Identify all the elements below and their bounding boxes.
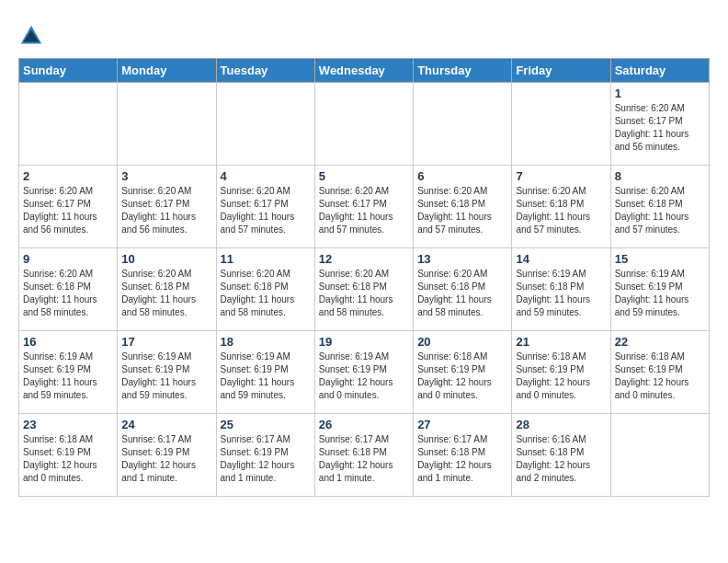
header-friday: Friday (512, 59, 610, 83)
calendar-cell: 25Sunrise: 6:17 AM Sunset: 6:19 PM Dayli… (216, 414, 314, 497)
calendar-cell (314, 83, 413, 166)
day-number: 28 (516, 418, 606, 431)
day-info: Sunrise: 6:20 AM Sunset: 6:18 PM Dayligh… (221, 268, 311, 319)
calendar-cell: 8Sunrise: 6:20 AM Sunset: 6:18 PM Daylig… (610, 166, 709, 248)
header-sunday: Sunday (19, 59, 118, 83)
day-info: Sunrise: 6:18 AM Sunset: 6:19 PM Dayligh… (417, 350, 507, 402)
day-number: 21 (516, 335, 606, 349)
calendar-cell: 12Sunrise: 6:20 AM Sunset: 6:18 PM Dayli… (314, 248, 413, 331)
calendar-cell: 20Sunrise: 6:18 AM Sunset: 6:19 PM Dayli… (414, 331, 512, 414)
header-thursday: Thursday (414, 59, 512, 83)
day-info: Sunrise: 6:18 AM Sunset: 6:19 PM Dayligh… (23, 433, 113, 485)
day-info: Sunrise: 6:19 AM Sunset: 6:19 PM Dayligh… (23, 350, 113, 402)
calendar-week-row: 1Sunrise: 6:20 AM Sunset: 6:17 PM Daylig… (19, 83, 710, 166)
calendar-cell: 19Sunrise: 6:19 AM Sunset: 6:19 PM Dayli… (314, 331, 413, 414)
calendar-cell: 2Sunrise: 6:20 AM Sunset: 6:17 PM Daylig… (19, 166, 118, 248)
calendar-cell: 26Sunrise: 6:17 AM Sunset: 6:18 PM Dayli… (314, 414, 413, 497)
calendar-header-row: SundayMondayTuesdayWednesdayThursdayFrid… (19, 59, 710, 83)
day-info: Sunrise: 6:17 AM Sunset: 6:18 PM Dayligh… (319, 433, 409, 485)
day-number: 6 (417, 169, 507, 183)
day-number: 11 (221, 252, 311, 266)
day-number: 26 (319, 418, 409, 431)
calendar-cell: 5Sunrise: 6:20 AM Sunset: 6:17 PM Daylig… (314, 166, 413, 248)
day-info: Sunrise: 6:19 AM Sunset: 6:19 PM Dayligh… (615, 268, 705, 319)
day-number: 14 (516, 252, 606, 266)
calendar-cell: 24Sunrise: 6:17 AM Sunset: 6:19 PM Dayli… (118, 414, 216, 497)
calendar-cell: 13Sunrise: 6:20 AM Sunset: 6:18 PM Dayli… (414, 248, 512, 331)
day-number: 16 (23, 335, 113, 349)
day-number: 7 (516, 169, 606, 183)
calendar-cell: 6Sunrise: 6:20 AM Sunset: 6:18 PM Daylig… (414, 166, 512, 248)
calendar-cell: 18Sunrise: 6:19 AM Sunset: 6:19 PM Dayli… (216, 331, 314, 414)
day-number: 17 (121, 335, 211, 349)
calendar-cell: 3Sunrise: 6:20 AM Sunset: 6:17 PM Daylig… (118, 166, 216, 248)
calendar-cell: 10Sunrise: 6:20 AM Sunset: 6:18 PM Dayli… (118, 248, 216, 331)
calendar-week-row: 16Sunrise: 6:19 AM Sunset: 6:19 PM Dayli… (19, 331, 710, 414)
calendar-cell (216, 83, 314, 166)
day-number: 13 (417, 252, 507, 266)
calendar-cell (610, 414, 709, 497)
calendar-cell: 23Sunrise: 6:18 AM Sunset: 6:19 PM Dayli… (19, 414, 118, 497)
day-info: Sunrise: 6:20 AM Sunset: 6:18 PM Dayligh… (615, 185, 705, 236)
calendar-cell (19, 83, 118, 166)
calendar-cell: 4Sunrise: 6:20 AM Sunset: 6:17 PM Daylig… (216, 166, 314, 248)
calendar-cell: 7Sunrise: 6:20 AM Sunset: 6:18 PM Daylig… (512, 166, 610, 248)
header-saturday: Saturday (610, 59, 709, 83)
day-info: Sunrise: 6:20 AM Sunset: 6:18 PM Dayligh… (23, 268, 113, 319)
day-info: Sunrise: 6:20 AM Sunset: 6:18 PM Dayligh… (417, 185, 507, 236)
calendar-table: SundayMondayTuesdayWednesdayThursdayFrid… (18, 58, 710, 497)
day-info: Sunrise: 6:16 AM Sunset: 6:18 PM Dayligh… (516, 433, 606, 485)
day-info: Sunrise: 6:18 AM Sunset: 6:19 PM Dayligh… (615, 350, 705, 402)
day-info: Sunrise: 6:20 AM Sunset: 6:18 PM Dayligh… (417, 268, 507, 319)
day-info: Sunrise: 6:19 AM Sunset: 6:19 PM Dayligh… (121, 350, 211, 402)
calendar-cell: 27Sunrise: 6:17 AM Sunset: 6:18 PM Dayli… (414, 414, 512, 497)
day-number: 20 (417, 335, 507, 349)
calendar-week-row: 2Sunrise: 6:20 AM Sunset: 6:17 PM Daylig… (19, 166, 710, 248)
calendar-cell: 16Sunrise: 6:19 AM Sunset: 6:19 PM Dayli… (19, 331, 118, 414)
calendar-week-row: 9Sunrise: 6:20 AM Sunset: 6:18 PM Daylig… (19, 248, 710, 331)
day-number: 8 (615, 169, 705, 183)
day-number: 4 (221, 169, 311, 183)
day-info: Sunrise: 6:17 AM Sunset: 6:19 PM Dayligh… (221, 433, 311, 485)
day-number: 12 (319, 252, 409, 266)
day-info: Sunrise: 6:20 AM Sunset: 6:17 PM Dayligh… (319, 185, 409, 236)
day-number: 18 (221, 335, 311, 349)
calendar-cell: 22Sunrise: 6:18 AM Sunset: 6:19 PM Dayli… (610, 331, 709, 414)
day-number: 19 (319, 335, 409, 349)
day-info: Sunrise: 6:18 AM Sunset: 6:19 PM Dayligh… (516, 350, 606, 402)
day-info: Sunrise: 6:17 AM Sunset: 6:19 PM Dayligh… (121, 433, 211, 485)
day-number: 27 (417, 418, 507, 431)
day-number: 22 (615, 335, 705, 349)
day-number: 24 (121, 418, 211, 431)
day-info: Sunrise: 6:17 AM Sunset: 6:18 PM Dayligh… (417, 433, 507, 485)
calendar-cell: 17Sunrise: 6:19 AM Sunset: 6:19 PM Dayli… (118, 331, 216, 414)
day-number: 25 (221, 418, 311, 431)
day-number: 5 (319, 169, 409, 183)
day-info: Sunrise: 6:19 AM Sunset: 6:19 PM Dayligh… (319, 350, 409, 402)
calendar-cell: 28Sunrise: 6:16 AM Sunset: 6:18 PM Dayli… (512, 414, 610, 497)
page-header (18, 18, 710, 49)
day-info: Sunrise: 6:19 AM Sunset: 6:18 PM Dayligh… (516, 268, 606, 319)
day-info: Sunrise: 6:20 AM Sunset: 6:17 PM Dayligh… (221, 185, 311, 236)
calendar-cell: 14Sunrise: 6:19 AM Sunset: 6:18 PM Dayli… (512, 248, 610, 331)
calendar-cell (414, 83, 512, 166)
calendar-cell: 11Sunrise: 6:20 AM Sunset: 6:18 PM Dayli… (216, 248, 314, 331)
logo (18, 23, 46, 49)
calendar-cell (512, 83, 610, 166)
day-info: Sunrise: 6:20 AM Sunset: 6:18 PM Dayligh… (121, 268, 211, 319)
day-number: 9 (23, 252, 113, 266)
header-monday: Monday (118, 59, 216, 83)
day-number: 3 (121, 169, 211, 183)
day-info: Sunrise: 6:20 AM Sunset: 6:18 PM Dayligh… (516, 185, 606, 236)
day-info: Sunrise: 6:20 AM Sunset: 6:17 PM Dayligh… (121, 185, 211, 236)
day-info: Sunrise: 6:19 AM Sunset: 6:19 PM Dayligh… (221, 350, 311, 402)
day-number: 10 (121, 252, 211, 266)
day-number: 23 (23, 418, 113, 431)
calendar-cell: 9Sunrise: 6:20 AM Sunset: 6:18 PM Daylig… (19, 248, 118, 331)
day-info: Sunrise: 6:20 AM Sunset: 6:18 PM Dayligh… (319, 268, 409, 319)
day-info: Sunrise: 6:20 AM Sunset: 6:17 PM Dayligh… (23, 185, 113, 236)
calendar-cell: 21Sunrise: 6:18 AM Sunset: 6:19 PM Dayli… (512, 331, 610, 414)
calendar-cell (118, 83, 216, 166)
calendar-week-row: 23Sunrise: 6:18 AM Sunset: 6:19 PM Dayli… (19, 414, 710, 497)
day-number: 15 (615, 252, 705, 266)
